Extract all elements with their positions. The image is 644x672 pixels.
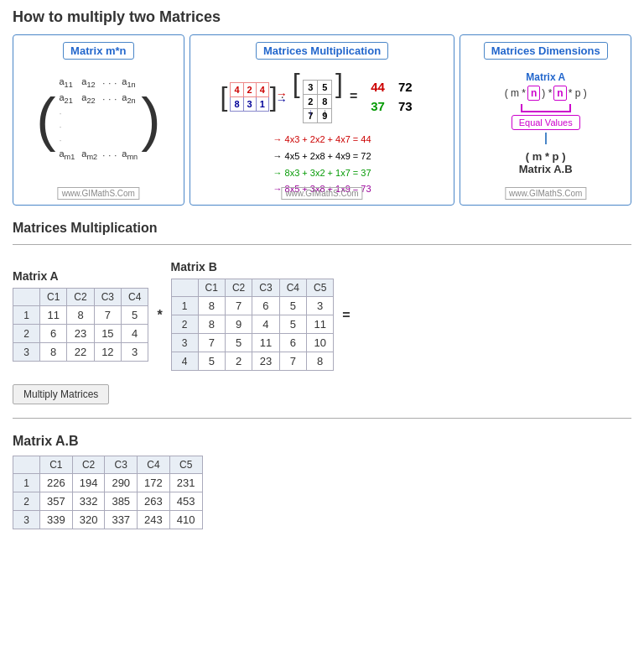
illus-box1-title: Matrix m*n xyxy=(63,42,133,60)
equal-values-badge: Equal Values xyxy=(512,115,580,130)
table-row: 4522378 xyxy=(171,352,334,371)
table-row: 2894511 xyxy=(171,315,334,334)
mult-result: 44 72 37 73 xyxy=(364,77,418,116)
illus-box-mult: Matrices Multiplication [ 4 2 4 8 3 1 xyxy=(190,34,455,206)
watermark3: www.GIMathS.Com xyxy=(505,187,586,200)
illustration-row: Matrix m*n ( a11 a12 · · · a1n a21 a22 ·… xyxy=(13,34,631,206)
dim-n2: n xyxy=(553,86,566,101)
table-row: 1226194290172231 xyxy=(13,474,203,492)
dim-n1: n xyxy=(527,86,540,101)
bracket-left: ( xyxy=(36,90,55,148)
dim-mp-formula: ( m * p ) xyxy=(519,150,573,163)
formula1: → 4x3 + 2x2 + 4x7 = 44 xyxy=(273,132,371,148)
equals-operator: = xyxy=(342,308,350,323)
mult-equation: [ 4 2 4 8 3 1 ] → → xyxy=(225,70,418,123)
section2-title: Matrices Multiplication xyxy=(13,221,631,236)
illus-box3-title: Matrices Dimensions xyxy=(484,42,608,60)
matrix-mn-table: a11 a12 · · · a1n a21 a22 · · · a2n · xyxy=(55,75,141,164)
matrix-b-body: 1876532894511375116104522378 xyxy=(171,297,334,371)
matrix-b-label: Matrix B xyxy=(171,260,335,273)
watermark1: www.GIMathS.Com xyxy=(58,187,139,200)
table-row: 3822123 xyxy=(13,343,148,362)
multiply-matrices-button[interactable]: Multiply Matrices xyxy=(13,384,109,404)
mult-a-table: 4 2 4 8 3 1 xyxy=(230,82,268,112)
bracket-right: ) xyxy=(141,90,160,148)
section3-title: Matrix A.B xyxy=(13,434,631,449)
illus-box-dim: Matrices Dimensions Matrix A ( m * n ) *… xyxy=(460,34,631,206)
mult-b-table: 3 5 2 8 7 ↓ 9 ↓ xyxy=(303,80,332,123)
matrix-ab-section: C1C2C3C4C5 12261942901722312357332385263… xyxy=(13,456,631,529)
watermark2: www.GIMathS.Com xyxy=(281,187,362,200)
divider1 xyxy=(13,244,631,245)
mult-matrix-b: [ 3 5 2 8 7 ↓ xyxy=(293,70,343,123)
matrices-row: Matrix A C1C2C3C4 11187526231543822123 *… xyxy=(13,260,631,371)
multiply-operator: * xyxy=(157,308,162,323)
matrix-b-table: C1C2C3C4C5 1876532894511375116104522378 xyxy=(171,279,335,371)
multiply-btn-container: Multiply Matrices xyxy=(13,384,631,404)
formula3: → 8x3 + 3x2 + 1x7 = 37 xyxy=(273,165,371,182)
dim-matrix-labels: Matrix A ( m * n ) * n * p ) xyxy=(505,71,587,101)
dim-a-section: Matrix A ( m * n ) * n * p ) xyxy=(505,71,587,101)
illus-box2-title: Matrices Multiplication xyxy=(256,42,388,60)
dim-equal-section: Equal Values xyxy=(512,104,580,147)
dim-result-section: ( m * p ) Matrix A.B xyxy=(519,150,573,175)
dim-matrix-ab-label: Matrix A.B xyxy=(519,163,573,175)
table-row: 3339320337243410 xyxy=(13,511,203,529)
matrix-ab-header-row: C1C2C3C4C5 xyxy=(13,456,203,474)
matrix-a-header-row: C1C2C3C4 xyxy=(13,289,148,306)
dim-arrow-down xyxy=(545,133,547,144)
dim-connector xyxy=(521,104,571,112)
mult-matrix-a: [ 4 2 4 8 3 1 ] → → xyxy=(225,82,272,112)
mult-result-table: 44 72 37 73 xyxy=(364,77,418,116)
formula2: → 4x5 + 2x8 + 4x9 = 72 xyxy=(273,148,371,165)
matrix-a-section: Matrix A C1C2C3C4 11187526231543822123 xyxy=(13,269,148,362)
matrix-a-table: C1C2C3C4 11187526231543822123 xyxy=(13,288,148,362)
illus-box-matrix-mn: Matrix m*n ( a11 a12 · · · a1n a21 a22 ·… xyxy=(13,34,184,206)
table-row: 37511610 xyxy=(171,334,334,352)
table-row: 187653 xyxy=(171,297,334,315)
equals-sign: = xyxy=(350,89,357,104)
table-row: 2357332385263453 xyxy=(13,492,203,511)
matrix-mn-visual: ( a11 a12 · · · a1n a21 a22 · · · a2n xyxy=(36,75,160,164)
matrix-b-header-row: C1C2C3C4C5 xyxy=(171,279,334,297)
dim-a-formula: ( m * n ) * n * p ) xyxy=(505,86,587,101)
page-title: How to multiply two Matrices xyxy=(13,8,631,26)
matrix-ab-table: C1C2C3C4C5 12261942901722312357332385263… xyxy=(13,456,203,529)
matrix-b-section: Matrix B C1C2C3C4C5 18765328945113751161… xyxy=(171,260,335,371)
matrix-a-label: Matrix A xyxy=(13,269,148,283)
table-row: 2623154 xyxy=(13,325,148,343)
table-row: 111875 xyxy=(13,306,148,325)
matrix-a-body: 11187526231543822123 xyxy=(13,306,148,362)
dim-a-label: Matrix A xyxy=(505,71,587,83)
matrix-ab-body: 1226194290172231235733238526345333393203… xyxy=(13,474,203,529)
divider2 xyxy=(13,418,631,419)
